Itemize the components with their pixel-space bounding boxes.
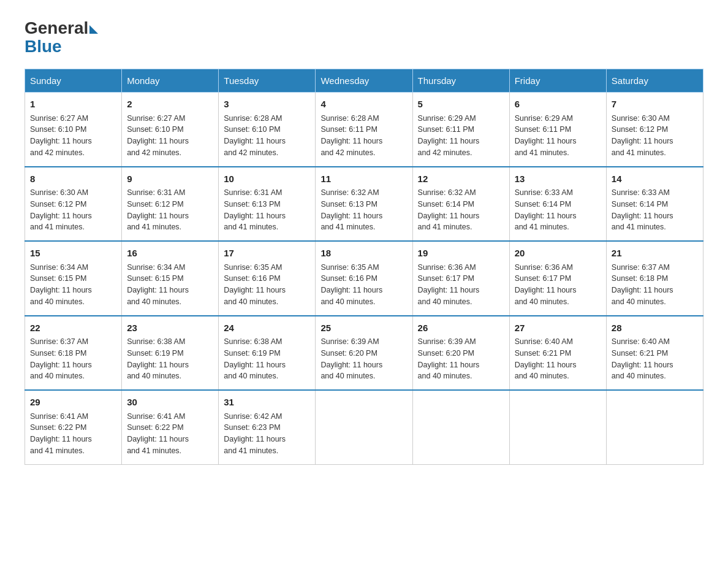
page-header: General Blue xyxy=(25,18,703,56)
calendar-day-cell: 28Sunrise: 6:40 AMSunset: 6:21 PMDayligh… xyxy=(606,316,703,391)
logo: General Blue xyxy=(25,18,98,56)
calendar-day-cell: 2Sunrise: 6:27 AMSunset: 6:10 PMDaylight… xyxy=(122,93,219,167)
day-info: Sunrise: 6:27 AMSunset: 6:10 PMDaylight:… xyxy=(127,114,189,157)
calendar-day-cell: 12Sunrise: 6:32 AMSunset: 6:14 PMDayligh… xyxy=(412,167,509,242)
calendar-day-cell: 30Sunrise: 6:41 AMSunset: 6:22 PMDayligh… xyxy=(122,390,219,464)
calendar-day-cell: 24Sunrise: 6:38 AMSunset: 6:19 PMDayligh… xyxy=(219,316,316,391)
day-number: 19 xyxy=(418,247,504,261)
calendar-day-cell: 27Sunrise: 6:40 AMSunset: 6:21 PMDayligh… xyxy=(509,316,606,391)
calendar-day-cell: 25Sunrise: 6:39 AMSunset: 6:20 PMDayligh… xyxy=(316,316,412,391)
calendar-day-cell: 3Sunrise: 6:28 AMSunset: 6:10 PMDaylight… xyxy=(219,93,316,167)
day-number: 5 xyxy=(418,98,504,112)
day-number: 13 xyxy=(515,172,601,186)
day-number: 4 xyxy=(320,98,407,112)
day-number: 31 xyxy=(224,396,310,410)
day-info: Sunrise: 6:38 AMSunset: 6:19 PMDaylight:… xyxy=(127,337,189,380)
day-info: Sunrise: 6:27 AMSunset: 6:10 PMDaylight:… xyxy=(30,114,92,157)
calendar-week-row: 1Sunrise: 6:27 AMSunset: 6:10 PMDaylight… xyxy=(25,93,703,167)
calendar-day-cell: 14Sunrise: 6:33 AMSunset: 6:14 PMDayligh… xyxy=(606,167,703,242)
day-number: 20 xyxy=(515,247,601,261)
day-info: Sunrise: 6:34 AMSunset: 6:15 PMDaylight:… xyxy=(30,263,92,306)
day-info: Sunrise: 6:42 AMSunset: 6:23 PMDaylight:… xyxy=(224,412,286,455)
day-number: 21 xyxy=(612,247,698,261)
calendar-day-cell: 31Sunrise: 6:42 AMSunset: 6:23 PMDayligh… xyxy=(219,390,316,464)
day-info: Sunrise: 6:31 AMSunset: 6:12 PMDaylight:… xyxy=(127,188,189,231)
day-number: 2 xyxy=(127,98,213,112)
calendar-day-cell: 7Sunrise: 6:30 AMSunset: 6:12 PMDaylight… xyxy=(606,93,703,167)
calendar-day-cell: 17Sunrise: 6:35 AMSunset: 6:16 PMDayligh… xyxy=(219,241,316,316)
calendar-day-cell: 22Sunrise: 6:37 AMSunset: 6:18 PMDayligh… xyxy=(25,316,122,391)
day-number: 22 xyxy=(30,321,116,335)
day-number: 8 xyxy=(30,172,116,186)
day-number: 29 xyxy=(30,396,116,410)
day-number: 25 xyxy=(320,321,407,335)
calendar-empty-cell xyxy=(606,390,703,464)
calendar-day-cell: 4Sunrise: 6:28 AMSunset: 6:11 PMDaylight… xyxy=(316,93,412,167)
calendar-day-cell: 10Sunrise: 6:31 AMSunset: 6:13 PMDayligh… xyxy=(219,167,316,242)
day-number: 10 xyxy=(224,172,310,186)
day-number: 1 xyxy=(30,98,116,112)
day-number: 15 xyxy=(30,247,116,261)
day-number: 24 xyxy=(224,321,310,335)
column-header-friday: Friday xyxy=(509,69,606,93)
day-info: Sunrise: 6:30 AMSunset: 6:12 PMDaylight:… xyxy=(612,114,673,157)
day-info: Sunrise: 6:28 AMSunset: 6:11 PMDaylight:… xyxy=(320,114,382,157)
day-number: 6 xyxy=(515,98,601,112)
calendar-day-cell: 1Sunrise: 6:27 AMSunset: 6:10 PMDaylight… xyxy=(25,93,122,167)
calendar-day-cell: 6Sunrise: 6:29 AMSunset: 6:11 PMDaylight… xyxy=(509,93,606,167)
day-info: Sunrise: 6:33 AMSunset: 6:14 PMDaylight:… xyxy=(612,188,673,231)
day-number: 30 xyxy=(127,396,213,410)
day-info: Sunrise: 6:37 AMSunset: 6:18 PMDaylight:… xyxy=(612,263,673,306)
column-header-saturday: Saturday xyxy=(606,69,703,93)
calendar-week-row: 8Sunrise: 6:30 AMSunset: 6:12 PMDaylight… xyxy=(25,167,703,242)
day-info: Sunrise: 6:32 AMSunset: 6:14 PMDaylight:… xyxy=(418,188,480,231)
day-info: Sunrise: 6:34 AMSunset: 6:15 PMDaylight:… xyxy=(127,263,189,306)
day-info: Sunrise: 6:31 AMSunset: 6:13 PMDaylight:… xyxy=(224,188,286,231)
day-info: Sunrise: 6:41 AMSunset: 6:22 PMDaylight:… xyxy=(30,412,92,455)
column-header-sunday: Sunday xyxy=(25,69,122,93)
calendar-day-cell: 18Sunrise: 6:35 AMSunset: 6:16 PMDayligh… xyxy=(316,241,412,316)
day-number: 3 xyxy=(224,98,310,112)
day-info: Sunrise: 6:28 AMSunset: 6:10 PMDaylight:… xyxy=(224,114,286,157)
calendar-header-row: SundayMondayTuesdayWednesdayThursdayFrid… xyxy=(25,69,703,93)
day-info: Sunrise: 6:32 AMSunset: 6:13 PMDaylight:… xyxy=(320,188,382,231)
calendar-day-cell: 11Sunrise: 6:32 AMSunset: 6:13 PMDayligh… xyxy=(316,167,412,242)
day-info: Sunrise: 6:38 AMSunset: 6:19 PMDaylight:… xyxy=(224,337,286,380)
calendar-day-cell: 26Sunrise: 6:39 AMSunset: 6:20 PMDayligh… xyxy=(412,316,509,391)
day-number: 16 xyxy=(127,247,213,261)
calendar-day-cell: 5Sunrise: 6:29 AMSunset: 6:11 PMDaylight… xyxy=(412,93,509,167)
calendar-day-cell: 15Sunrise: 6:34 AMSunset: 6:15 PMDayligh… xyxy=(25,241,122,316)
day-info: Sunrise: 6:35 AMSunset: 6:16 PMDaylight:… xyxy=(224,263,286,306)
day-number: 7 xyxy=(612,98,698,112)
day-info: Sunrise: 6:30 AMSunset: 6:12 PMDaylight:… xyxy=(30,188,92,231)
day-info: Sunrise: 6:36 AMSunset: 6:17 PMDaylight:… xyxy=(418,263,480,306)
calendar-empty-cell xyxy=(509,390,606,464)
calendar-day-cell: 29Sunrise: 6:41 AMSunset: 6:22 PMDayligh… xyxy=(25,390,122,464)
day-number: 12 xyxy=(418,172,504,186)
logo-blue-text: Blue xyxy=(25,37,62,56)
day-number: 9 xyxy=(127,172,213,186)
calendar-empty-cell xyxy=(412,390,509,464)
calendar-day-cell: 21Sunrise: 6:37 AMSunset: 6:18 PMDayligh… xyxy=(606,241,703,316)
column-header-monday: Monday xyxy=(122,69,219,93)
logo-arrow-icon xyxy=(89,25,98,34)
column-header-tuesday: Tuesday xyxy=(219,69,316,93)
calendar-week-row: 15Sunrise: 6:34 AMSunset: 6:15 PMDayligh… xyxy=(25,241,703,316)
day-number: 27 xyxy=(515,321,601,335)
calendar-day-cell: 20Sunrise: 6:36 AMSunset: 6:17 PMDayligh… xyxy=(509,241,606,316)
day-info: Sunrise: 6:33 AMSunset: 6:14 PMDaylight:… xyxy=(515,188,577,231)
column-header-wednesday: Wednesday xyxy=(316,69,412,93)
column-header-thursday: Thursday xyxy=(412,69,509,93)
day-number: 14 xyxy=(612,172,698,186)
calendar-day-cell: 13Sunrise: 6:33 AMSunset: 6:14 PMDayligh… xyxy=(509,167,606,242)
day-info: Sunrise: 6:39 AMSunset: 6:20 PMDaylight:… xyxy=(320,337,382,380)
day-info: Sunrise: 6:39 AMSunset: 6:20 PMDaylight:… xyxy=(418,337,480,380)
logo-general-text: General xyxy=(25,18,88,38)
calendar-day-cell: 19Sunrise: 6:36 AMSunset: 6:17 PMDayligh… xyxy=(412,241,509,316)
day-info: Sunrise: 6:41 AMSunset: 6:22 PMDaylight:… xyxy=(127,412,189,455)
day-number: 17 xyxy=(224,247,310,261)
day-info: Sunrise: 6:29 AMSunset: 6:11 PMDaylight:… xyxy=(418,114,480,157)
day-number: 11 xyxy=(320,172,407,186)
day-info: Sunrise: 6:35 AMSunset: 6:16 PMDaylight:… xyxy=(320,263,382,306)
day-number: 18 xyxy=(320,247,407,261)
